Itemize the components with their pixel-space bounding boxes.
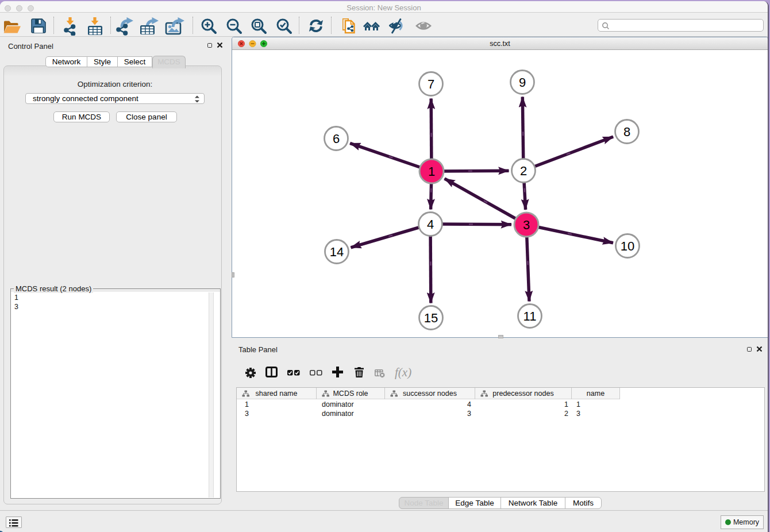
svg-text:8: 8 bbox=[623, 125, 630, 139]
svg-text:15: 15 bbox=[424, 311, 438, 325]
svg-text:6: 6 bbox=[333, 132, 340, 146]
svg-text:7: 7 bbox=[428, 77, 434, 91]
svg-text:1: 1 bbox=[428, 164, 435, 179]
svg-text:11: 11 bbox=[523, 309, 537, 323]
svg-text:9: 9 bbox=[519, 75, 526, 90]
svg-text:3: 3 bbox=[523, 218, 530, 232]
svg-text:14: 14 bbox=[330, 245, 344, 259]
svg-text:10: 10 bbox=[621, 239, 634, 253]
svg-text:2: 2 bbox=[520, 164, 527, 178]
svg-text:4: 4 bbox=[427, 217, 434, 232]
